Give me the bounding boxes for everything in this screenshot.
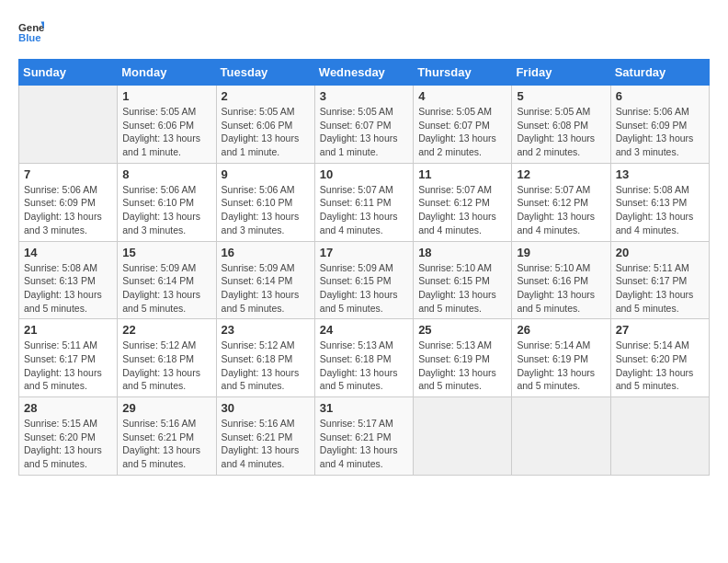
day-info: Sunrise: 5:13 AM Sunset: 6:19 PM Dayligh… bbox=[418, 339, 506, 393]
day-number: 1 bbox=[122, 89, 210, 103]
day-info: Sunrise: 5:10 AM Sunset: 6:16 PM Dayligh… bbox=[517, 261, 605, 316]
day-info: Sunrise: 5:05 AM Sunset: 6:06 PM Dayligh… bbox=[222, 105, 310, 159]
calendar-cell: 14Sunrise: 5:08 AM Sunset: 6:13 PM Dayli… bbox=[19, 241, 118, 319]
day-info: Sunrise: 5:17 AM Sunset: 6:21 PM Dayligh… bbox=[320, 417, 408, 471]
calendar-week-row: 1Sunrise: 5:05 AM Sunset: 6:06 PM Daylig… bbox=[19, 86, 710, 164]
calendar-cell: 8Sunrise: 5:06 AM Sunset: 6:10 PM Daylig… bbox=[118, 163, 216, 241]
calendar-cell: 17Sunrise: 5:09 AM Sunset: 6:15 PM Dayli… bbox=[314, 241, 413, 319]
day-info: Sunrise: 5:09 AM Sunset: 6:14 PM Dayligh… bbox=[122, 261, 210, 316]
calendar-week-row: 14Sunrise: 5:08 AM Sunset: 6:13 PM Dayli… bbox=[19, 241, 710, 319]
day-number: 25 bbox=[418, 323, 506, 337]
day-number: 12 bbox=[517, 167, 605, 181]
day-number: 5 bbox=[517, 89, 605, 103]
day-info: Sunrise: 5:14 AM Sunset: 6:19 PM Dayligh… bbox=[517, 339, 605, 393]
day-info: Sunrise: 5:08 AM Sunset: 6:13 PM Dayligh… bbox=[616, 183, 704, 237]
day-info: Sunrise: 5:10 AM Sunset: 6:15 PM Dayligh… bbox=[418, 261, 506, 316]
day-number: 16 bbox=[222, 246, 310, 259]
day-number: 13 bbox=[616, 167, 704, 181]
day-info: Sunrise: 5:08 AM Sunset: 6:13 PM Dayligh… bbox=[24, 261, 112, 316]
day-info: Sunrise: 5:14 AM Sunset: 6:20 PM Dayligh… bbox=[616, 339, 704, 393]
calendar-cell: 7Sunrise: 5:06 AM Sunset: 6:09 PM Daylig… bbox=[19, 163, 118, 241]
day-info: Sunrise: 5:09 AM Sunset: 6:14 PM Dayligh… bbox=[222, 261, 310, 316]
calendar-cell bbox=[19, 86, 118, 164]
day-info: Sunrise: 5:11 AM Sunset: 6:17 PM Dayligh… bbox=[616, 261, 704, 316]
day-number: 17 bbox=[320, 246, 408, 259]
calendar-cell: 11Sunrise: 5:07 AM Sunset: 6:12 PM Dayli… bbox=[414, 163, 512, 241]
calendar-cell: 2Sunrise: 5:05 AM Sunset: 6:06 PM Daylig… bbox=[216, 86, 314, 164]
day-info: Sunrise: 5:12 AM Sunset: 6:18 PM Dayligh… bbox=[222, 339, 310, 393]
calendar-cell: 24Sunrise: 5:13 AM Sunset: 6:18 PM Dayli… bbox=[314, 319, 413, 397]
calendar-cell bbox=[610, 397, 709, 476]
calendar-cell: 15Sunrise: 5:09 AM Sunset: 6:14 PM Dayli… bbox=[118, 241, 216, 319]
day-number: 28 bbox=[24, 401, 112, 415]
weekday-header-wednesday: Wednesday bbox=[314, 60, 413, 86]
svg-text:Blue: Blue bbox=[18, 32, 41, 43]
calendar-cell: 9Sunrise: 5:06 AM Sunset: 6:10 PM Daylig… bbox=[216, 163, 314, 241]
calendar-cell: 27Sunrise: 5:14 AM Sunset: 6:20 PM Dayli… bbox=[610, 319, 709, 397]
day-info: Sunrise: 5:07 AM Sunset: 6:11 PM Dayligh… bbox=[320, 183, 408, 237]
day-number: 18 bbox=[418, 246, 506, 259]
day-number: 30 bbox=[222, 401, 310, 415]
weekday-header-row: SundayMondayTuesdayWednesdayThursdayFrid… bbox=[19, 60, 710, 86]
day-number: 3 bbox=[320, 89, 408, 103]
day-number: 20 bbox=[616, 246, 704, 259]
calendar-cell: 25Sunrise: 5:13 AM Sunset: 6:19 PM Dayli… bbox=[414, 319, 512, 397]
day-info: Sunrise: 5:16 AM Sunset: 6:21 PM Dayligh… bbox=[222, 417, 310, 471]
day-info: Sunrise: 5:06 AM Sunset: 6:10 PM Dayligh… bbox=[122, 183, 210, 237]
day-number: 14 bbox=[24, 246, 112, 259]
day-info: Sunrise: 5:05 AM Sunset: 6:07 PM Dayligh… bbox=[320, 105, 408, 159]
day-number: 15 bbox=[122, 246, 210, 259]
day-info: Sunrise: 5:06 AM Sunset: 6:10 PM Dayligh… bbox=[222, 183, 310, 237]
calendar-cell: 20Sunrise: 5:11 AM Sunset: 6:17 PM Dayli… bbox=[610, 241, 709, 319]
calendar-cell: 12Sunrise: 5:07 AM Sunset: 6:12 PM Dayli… bbox=[512, 163, 610, 241]
day-number: 26 bbox=[517, 323, 605, 337]
day-number: 4 bbox=[418, 89, 506, 103]
weekday-header-friday: Friday bbox=[512, 60, 610, 86]
calendar-week-row: 28Sunrise: 5:15 AM Sunset: 6:20 PM Dayli… bbox=[19, 397, 710, 476]
day-number: 2 bbox=[222, 89, 310, 103]
calendar-week-row: 21Sunrise: 5:11 AM Sunset: 6:17 PM Dayli… bbox=[19, 319, 710, 397]
day-number: 11 bbox=[418, 167, 506, 181]
weekday-header-monday: Monday bbox=[118, 60, 216, 86]
day-number: 8 bbox=[122, 167, 210, 181]
calendar-cell: 16Sunrise: 5:09 AM Sunset: 6:14 PM Dayli… bbox=[216, 241, 314, 319]
calendar-cell: 3Sunrise: 5:05 AM Sunset: 6:07 PM Daylig… bbox=[314, 86, 413, 164]
day-number: 10 bbox=[320, 167, 408, 181]
calendar-cell: 4Sunrise: 5:05 AM Sunset: 6:07 PM Daylig… bbox=[414, 86, 512, 164]
day-number: 31 bbox=[320, 401, 408, 415]
calendar-week-row: 7Sunrise: 5:06 AM Sunset: 6:09 PM Daylig… bbox=[19, 163, 710, 241]
calendar-cell: 30Sunrise: 5:16 AM Sunset: 6:21 PM Dayli… bbox=[216, 397, 314, 476]
calendar-cell bbox=[414, 397, 512, 476]
weekday-header-sunday: Sunday bbox=[19, 60, 118, 86]
day-info: Sunrise: 5:05 AM Sunset: 6:08 PM Dayligh… bbox=[517, 105, 605, 159]
page-header: General Blue bbox=[18, 18, 710, 44]
day-info: Sunrise: 5:12 AM Sunset: 6:18 PM Dayligh… bbox=[122, 339, 210, 393]
day-number: 22 bbox=[122, 323, 210, 337]
calendar-cell: 22Sunrise: 5:12 AM Sunset: 6:18 PM Dayli… bbox=[118, 319, 216, 397]
day-number: 6 bbox=[616, 89, 704, 103]
day-number: 21 bbox=[24, 323, 112, 337]
calendar-cell: 21Sunrise: 5:11 AM Sunset: 6:17 PM Dayli… bbox=[19, 319, 118, 397]
day-info: Sunrise: 5:07 AM Sunset: 6:12 PM Dayligh… bbox=[517, 183, 605, 237]
day-info: Sunrise: 5:06 AM Sunset: 6:09 PM Dayligh… bbox=[616, 105, 704, 159]
weekday-header-thursday: Thursday bbox=[414, 60, 512, 86]
logo-icon: General Blue bbox=[18, 18, 44, 44]
day-info: Sunrise: 5:09 AM Sunset: 6:15 PM Dayligh… bbox=[320, 261, 408, 316]
calendar-table: SundayMondayTuesdayWednesdayThursdayFrid… bbox=[18, 59, 710, 476]
calendar-cell: 23Sunrise: 5:12 AM Sunset: 6:18 PM Dayli… bbox=[216, 319, 314, 397]
calendar-cell: 28Sunrise: 5:15 AM Sunset: 6:20 PM Dayli… bbox=[19, 397, 118, 476]
day-number: 29 bbox=[122, 401, 210, 415]
calendar-cell: 6Sunrise: 5:06 AM Sunset: 6:09 PM Daylig… bbox=[610, 86, 709, 164]
day-info: Sunrise: 5:16 AM Sunset: 6:21 PM Dayligh… bbox=[122, 417, 210, 471]
day-number: 19 bbox=[517, 246, 605, 259]
day-number: 24 bbox=[320, 323, 408, 337]
day-info: Sunrise: 5:11 AM Sunset: 6:17 PM Dayligh… bbox=[24, 339, 112, 393]
calendar-cell: 13Sunrise: 5:08 AM Sunset: 6:13 PM Dayli… bbox=[610, 163, 709, 241]
calendar-cell bbox=[512, 397, 610, 476]
day-info: Sunrise: 5:06 AM Sunset: 6:09 PM Dayligh… bbox=[24, 183, 112, 237]
calendar-cell: 5Sunrise: 5:05 AM Sunset: 6:08 PM Daylig… bbox=[512, 86, 610, 164]
day-info: Sunrise: 5:05 AM Sunset: 6:07 PM Dayligh… bbox=[418, 105, 506, 159]
day-number: 7 bbox=[24, 167, 112, 181]
day-info: Sunrise: 5:05 AM Sunset: 6:06 PM Dayligh… bbox=[122, 105, 210, 159]
calendar-cell: 31Sunrise: 5:17 AM Sunset: 6:21 PM Dayli… bbox=[314, 397, 413, 476]
